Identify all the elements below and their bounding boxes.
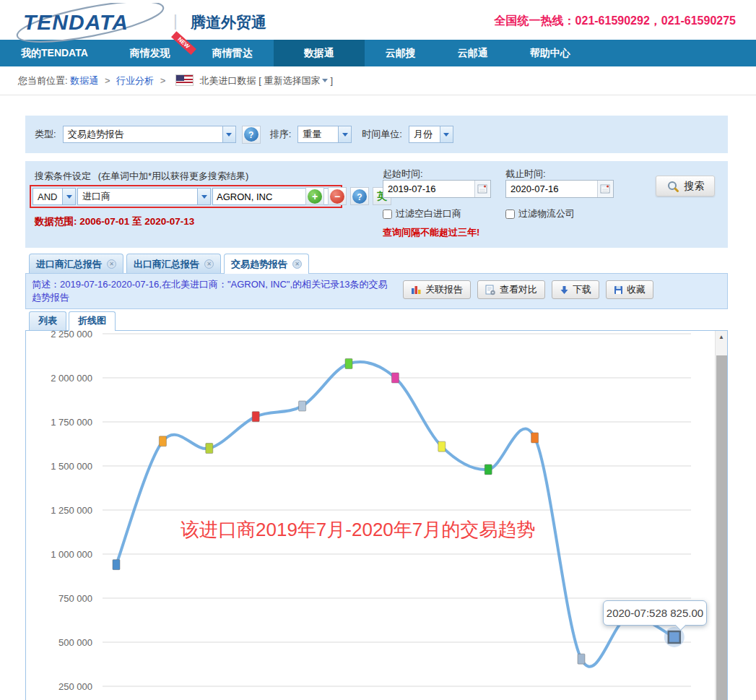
plus-icon <box>308 189 322 204</box>
summary-label: 简述： <box>32 279 60 290</box>
nav-item-商情雷达[interactable]: 商情雷达 <box>191 40 274 66</box>
y-axis-tick-label: 750 000 <box>58 593 92 604</box>
search-button[interactable]: 搜索 <box>656 176 715 196</box>
data-point-marker <box>252 412 259 422</box>
search-field-value: 进口商 <box>78 190 197 203</box>
top-bar: TENDATA | 腾道外贸通 全国统一热线：021-61590292，021-… <box>0 0 756 40</box>
time-unit-label: 时间单位: <box>362 128 402 141</box>
view-tabs: 列表折线图 <box>25 311 728 330</box>
bool-operator-select[interactable]: AND <box>32 188 76 205</box>
filter-blank-importer-option[interactable]: 过滤空白进口商 <box>383 207 461 220</box>
trend-line-chart: 2 250 0002 000 0001 750 0001 500 0001 25… <box>26 331 713 700</box>
data-point-marker <box>391 373 399 383</box>
scrollbar-thumb[interactable] <box>716 355 727 700</box>
action-button-label: 关联报告 <box>425 283 463 296</box>
report-tab-label: 进口商汇总报告 <box>36 255 102 273</box>
data-point-marker-highlighted <box>669 631 680 643</box>
breadcrumb-separator: > <box>105 75 110 86</box>
filter-logistics-label: 过滤物流公司 <box>518 207 575 220</box>
view-tab-列表[interactable]: 列表 <box>29 311 66 330</box>
download-arrow-icon <box>560 285 569 295</box>
chart-scrollbar[interactable] <box>715 331 727 700</box>
y-axis-tick-label: 2 250 000 <box>51 331 92 340</box>
chevron-down-icon <box>222 126 235 142</box>
data-point-marker <box>159 436 166 446</box>
reselect-country[interactable]: [ 重新选择国家] <box>258 75 333 86</box>
breadcrumb-prefix: 您当前位置: <box>18 75 68 86</box>
nav-item-云邮搜[interactable]: 云邮搜 <box>365 40 437 66</box>
y-axis-tick-label: 500 000 <box>58 637 92 648</box>
关联报告-button[interactable]: 关联报告 <box>403 280 471 299</box>
nav-item-云邮通[interactable]: 云邮通 <box>437 40 509 66</box>
breadcrumb-separator: > <box>160 75 166 86</box>
scroll-up-icon[interactable] <box>716 331 727 344</box>
end-time-label: 截止时间: <box>505 168 546 181</box>
interval-warning: 查询间隔不能超过三年! <box>383 226 479 239</box>
filter-blank-importer-label: 过滤空白进口商 <box>396 207 461 220</box>
trend-line <box>116 362 674 667</box>
start-date-field <box>383 180 491 198</box>
data-range: 数据范围: 2006-07-01 至 2020-07-13 <box>35 215 194 228</box>
y-axis-tick-label: 1 500 000 <box>51 461 92 472</box>
type-select[interactable]: 交易趋势报告 <box>63 126 236 143</box>
search-field-select[interactable]: 进口商 <box>77 188 211 205</box>
filter-blank-importer-checkbox[interactable] <box>383 209 392 219</box>
sort-select[interactable]: 重量 <box>297 126 352 143</box>
logo[interactable]: TENDATA | 腾道外贸通 <box>16 4 326 38</box>
action-button-label: 收藏 <box>627 283 646 296</box>
report-tabs: 进口商汇总报告出口商汇总报告交易趋势报告 <box>25 254 728 273</box>
condition-help-button[interactable] <box>350 187 369 205</box>
calendar-icon[interactable] <box>597 181 613 197</box>
type-help-button[interactable] <box>242 126 261 144</box>
data-point-marker <box>578 654 585 664</box>
start-date-input[interactable] <box>383 183 474 194</box>
time-unit-select[interactable]: 月份 <box>409 126 453 143</box>
logo-chinese-name: 腾道外贸通 <box>191 12 266 33</box>
close-icon[interactable] <box>292 259 302 269</box>
chart-panel: 2 250 0002 000 0001 750 0001 500 0001 25… <box>25 330 728 700</box>
filter-bar: 类型: 交易趋势报告 排序: 重量 时间单位: 月份 <box>25 116 728 153</box>
breadcrumb-link-industry[interactable]: 行业分析 <box>116 75 154 86</box>
calendar-icon[interactable] <box>474 181 490 197</box>
y-axis-tick-label: 2 000 000 <box>51 373 92 384</box>
filter-logistics-option[interactable]: 过滤物流公司 <box>505 207 575 220</box>
type-select-value: 交易趋势报告 <box>64 128 222 141</box>
nav-item-我的TENDATA[interactable]: 我的TENDATA <box>0 40 109 66</box>
end-date-input[interactable] <box>506 183 597 194</box>
help-icon <box>352 189 367 204</box>
close-icon[interactable] <box>204 259 214 269</box>
收藏-button[interactable]: 收藏 <box>606 280 653 299</box>
breadcrumb-link-datatong[interactable]: 数据通 <box>70 75 98 86</box>
breadcrumb-current: 北美进口数据 <box>200 75 256 86</box>
logo-separator: | <box>173 12 178 30</box>
report-description-strip: 简述：2019-07-16-2020-07-16,在北美进口商："AGRON, … <box>25 273 728 309</box>
filter-logistics-checkbox[interactable] <box>505 209 515 219</box>
tooltip-text: 2020-07:528 825.00 <box>607 607 703 619</box>
close-icon[interactable] <box>107 259 116 269</box>
caret-down-icon <box>322 79 328 82</box>
report-tab-label: 交易趋势报告 <box>231 255 287 273</box>
magnifier-icon <box>666 180 679 193</box>
search-title-text: 搜索条件设定 <box>35 170 91 181</box>
view-tab-折线图[interactable]: 折线图 <box>69 311 116 331</box>
chevron-down-icon <box>197 189 210 204</box>
summary-text: 2019-07-16-2020-07-16,在北美进口商："AGRON, INC… <box>32 279 388 303</box>
remove-condition-button[interactable] <box>328 187 347 205</box>
nav-item-商情发现[interactable]: 商情发现NEW <box>109 40 191 66</box>
reselect-country-label: [ 重新选择国家 <box>258 75 320 86</box>
report-tab-出口商汇总报告[interactable]: 出口商汇总报告 <box>126 254 221 273</box>
nav-item-数据通[interactable]: 数据通 <box>274 40 365 66</box>
nav-item-label: 商情雷达 <box>212 47 253 59</box>
y-axis-tick-label: 1 250 000 <box>51 505 92 516</box>
search-condition-row: AND 进口商 <box>30 185 342 208</box>
report-tab-进口商汇总报告[interactable]: 进口商汇总报告 <box>29 254 123 273</box>
content-wrapper: 类型: 交易趋势报告 排序: 重量 时间单位: 月份 搜索条件设定 (在单词中加… <box>25 116 728 700</box>
nav-item-帮助中心[interactable]: 帮助中心 <box>509 40 591 66</box>
report-tab-交易趋势报告[interactable]: 交易趋势报告 <box>224 254 309 274</box>
report-summary: 简述：2019-07-16-2020-07-16,在北美进口商："AGRON, … <box>32 278 393 306</box>
action-buttons: 关联报告查看对比下载收藏 <box>403 278 653 306</box>
下载-button[interactable]: 下载 <box>552 280 599 299</box>
查看对比-button[interactable]: 查看对比 <box>477 280 545 299</box>
add-condition-button[interactable] <box>305 187 324 205</box>
nav-item-label: 云邮通 <box>458 47 488 59</box>
